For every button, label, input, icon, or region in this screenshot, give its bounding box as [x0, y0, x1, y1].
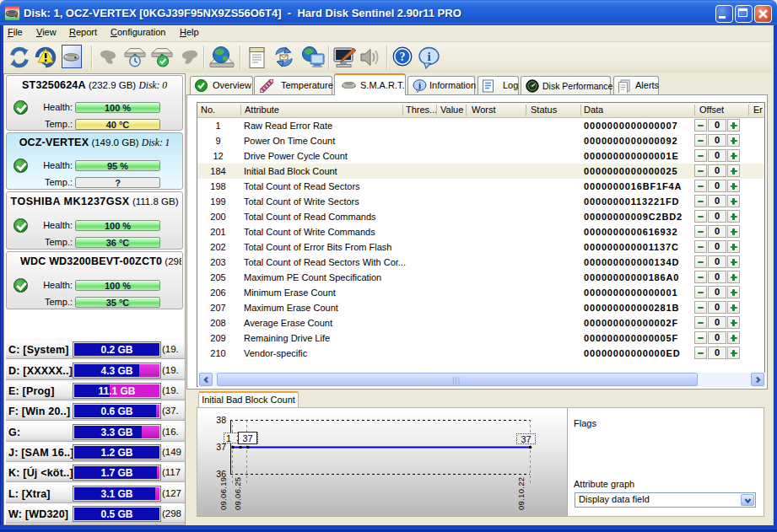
- svg-text:i: i: [427, 50, 430, 63]
- svg-text:?: ?: [400, 51, 406, 63]
- svg-text:i: i: [418, 80, 421, 90]
